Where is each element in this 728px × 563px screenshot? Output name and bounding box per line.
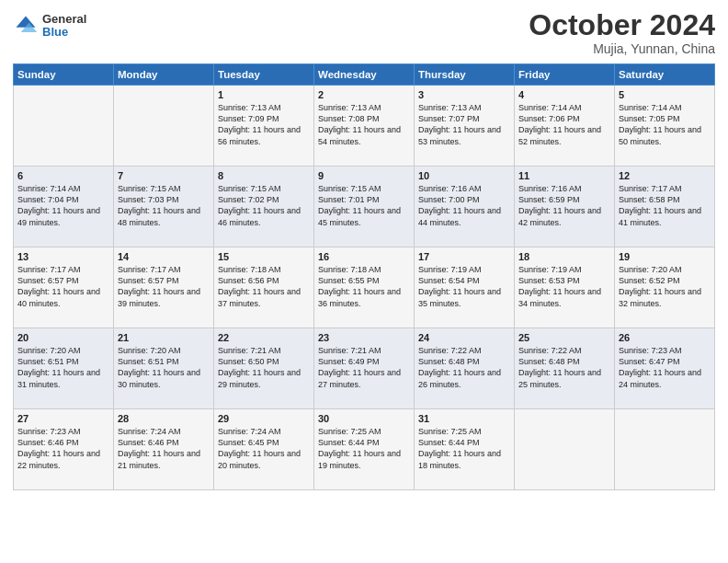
day-number: 20 xyxy=(17,332,109,343)
week-row-3: 13Sunrise: 7:17 AMSunset: 6:57 PMDayligh… xyxy=(14,247,715,328)
day-number: 17 xyxy=(418,251,510,262)
day-info: Sunrise: 7:25 AMSunset: 6:44 PMDaylight:… xyxy=(418,426,510,471)
day-number: 1 xyxy=(218,89,310,100)
day-cell: 7Sunrise: 7:15 AMSunset: 7:03 PMDaylight… xyxy=(114,167,214,247)
day-cell: 12Sunrise: 7:17 AMSunset: 6:58 PMDayligh… xyxy=(615,167,715,247)
day-number: 16 xyxy=(318,251,410,262)
day-number: 30 xyxy=(318,413,410,424)
day-cell: 15Sunrise: 7:18 AMSunset: 6:56 PMDayligh… xyxy=(214,247,314,328)
day-number: 18 xyxy=(518,251,610,262)
day-info: Sunrise: 7:18 AMSunset: 6:55 PMDaylight:… xyxy=(318,264,410,309)
day-number: 6 xyxy=(17,170,109,181)
day-number: 12 xyxy=(619,170,711,181)
day-cell: 24Sunrise: 7:22 AMSunset: 6:48 PMDayligh… xyxy=(415,328,515,409)
day-cell: 8Sunrise: 7:15 AMSunset: 7:02 PMDaylight… xyxy=(214,167,314,247)
day-cell: 16Sunrise: 7:18 AMSunset: 6:55 PMDayligh… xyxy=(314,247,415,328)
day-cell: 11Sunrise: 7:16 AMSunset: 6:59 PMDayligh… xyxy=(515,167,615,247)
week-row-4: 20Sunrise: 7:20 AMSunset: 6:51 PMDayligh… xyxy=(14,328,715,409)
day-cell xyxy=(615,409,715,490)
day-number: 2 xyxy=(318,89,410,100)
day-cell: 19Sunrise: 7:20 AMSunset: 6:52 PMDayligh… xyxy=(615,247,715,328)
calendar-title: October 2024 xyxy=(529,9,715,41)
day-number: 27 xyxy=(17,413,109,424)
day-info: Sunrise: 7:15 AMSunset: 7:02 PMDaylight:… xyxy=(218,183,310,228)
day-number: 10 xyxy=(418,170,510,181)
day-cell: 2Sunrise: 7:13 AMSunset: 7:08 PMDaylight… xyxy=(314,86,415,167)
day-number: 3 xyxy=(418,89,510,100)
day-info: Sunrise: 7:23 AMSunset: 6:47 PMDaylight:… xyxy=(619,345,711,390)
day-info: Sunrise: 7:19 AMSunset: 6:54 PMDaylight:… xyxy=(418,264,510,309)
day-info: Sunrise: 7:25 AMSunset: 6:44 PMDaylight:… xyxy=(318,426,410,471)
day-number: 23 xyxy=(318,332,410,343)
day-cell: 25Sunrise: 7:22 AMSunset: 6:48 PMDayligh… xyxy=(515,328,615,409)
day-number: 7 xyxy=(118,170,210,181)
day-info: Sunrise: 7:20 AMSunset: 6:51 PMDaylight:… xyxy=(118,345,210,390)
day-info: Sunrise: 7:23 AMSunset: 6:46 PMDaylight:… xyxy=(17,426,109,471)
day-number: 11 xyxy=(518,170,610,181)
col-header-tuesday: Tuesday xyxy=(214,64,314,86)
day-cell: 17Sunrise: 7:19 AMSunset: 6:54 PMDayligh… xyxy=(415,247,515,328)
logo-icon xyxy=(13,13,39,39)
day-info: Sunrise: 7:19 AMSunset: 6:53 PMDaylight:… xyxy=(518,264,610,309)
day-info: Sunrise: 7:15 AMSunset: 7:01 PMDaylight:… xyxy=(318,183,410,228)
day-number: 29 xyxy=(218,413,310,424)
svg-marker-0 xyxy=(17,17,36,28)
col-header-saturday: Saturday xyxy=(615,64,715,86)
logo-text: General Blue xyxy=(42,13,86,40)
day-cell: 21Sunrise: 7:20 AMSunset: 6:51 PMDayligh… xyxy=(114,328,214,409)
title-block: October 2024 Mujia, Yunnan, China xyxy=(529,9,715,56)
day-number: 8 xyxy=(218,170,310,181)
day-cell: 4Sunrise: 7:14 AMSunset: 7:06 PMDaylight… xyxy=(515,86,615,167)
col-header-thursday: Thursday xyxy=(415,64,515,86)
day-info: Sunrise: 7:20 AMSunset: 6:52 PMDaylight:… xyxy=(619,264,711,309)
logo-general: General xyxy=(42,13,86,26)
day-info: Sunrise: 7:14 AMSunset: 7:06 PMDaylight:… xyxy=(518,102,610,147)
day-cell xyxy=(515,409,615,490)
col-header-friday: Friday xyxy=(515,64,615,86)
logo: General Blue xyxy=(13,13,86,40)
calendar-container: General Blue October 2024 Mujia, Yunnan,… xyxy=(0,0,728,500)
day-number: 21 xyxy=(118,332,210,343)
day-cell: 3Sunrise: 7:13 AMSunset: 7:07 PMDaylight… xyxy=(415,86,515,167)
calendar-location: Mujia, Yunnan, China xyxy=(529,41,715,56)
day-info: Sunrise: 7:16 AMSunset: 6:59 PMDaylight:… xyxy=(518,183,610,228)
day-cell: 26Sunrise: 7:23 AMSunset: 6:47 PMDayligh… xyxy=(615,328,715,409)
day-cell: 10Sunrise: 7:16 AMSunset: 7:00 PMDayligh… xyxy=(415,167,515,247)
header: General Blue October 2024 Mujia, Yunnan,… xyxy=(13,9,715,56)
day-cell: 13Sunrise: 7:17 AMSunset: 6:57 PMDayligh… xyxy=(14,247,114,328)
day-cell: 30Sunrise: 7:25 AMSunset: 6:44 PMDayligh… xyxy=(314,409,415,490)
day-cell: 23Sunrise: 7:21 AMSunset: 6:49 PMDayligh… xyxy=(314,328,415,409)
day-number: 13 xyxy=(17,251,109,262)
day-info: Sunrise: 7:18 AMSunset: 6:56 PMDaylight:… xyxy=(218,264,310,309)
day-cell: 20Sunrise: 7:20 AMSunset: 6:51 PMDayligh… xyxy=(14,328,114,409)
day-info: Sunrise: 7:13 AMSunset: 7:07 PMDaylight:… xyxy=(418,102,510,147)
col-header-monday: Monday xyxy=(114,64,214,86)
day-number: 9 xyxy=(318,170,410,181)
day-info: Sunrise: 7:13 AMSunset: 7:09 PMDaylight:… xyxy=(218,102,310,147)
day-number: 22 xyxy=(218,332,310,343)
day-info: Sunrise: 7:14 AMSunset: 7:04 PMDaylight:… xyxy=(17,183,109,228)
day-number: 19 xyxy=(619,251,711,262)
calendar-table: SundayMondayTuesdayWednesdayThursdayFrid… xyxy=(13,63,715,490)
day-number: 28 xyxy=(118,413,210,424)
day-number: 25 xyxy=(518,332,610,343)
day-number: 15 xyxy=(218,251,310,262)
day-cell: 5Sunrise: 7:14 AMSunset: 7:05 PMDaylight… xyxy=(615,86,715,167)
day-info: Sunrise: 7:14 AMSunset: 7:05 PMDaylight:… xyxy=(619,102,711,147)
day-info: Sunrise: 7:13 AMSunset: 7:08 PMDaylight:… xyxy=(318,102,410,147)
day-number: 5 xyxy=(619,89,711,100)
day-cell: 31Sunrise: 7:25 AMSunset: 6:44 PMDayligh… xyxy=(415,409,515,490)
day-info: Sunrise: 7:17 AMSunset: 6:57 PMDaylight:… xyxy=(118,264,210,309)
day-cell: 28Sunrise: 7:24 AMSunset: 6:46 PMDayligh… xyxy=(114,409,214,490)
logo-blue: Blue xyxy=(42,26,86,39)
day-number: 31 xyxy=(418,413,510,424)
day-info: Sunrise: 7:24 AMSunset: 6:45 PMDaylight:… xyxy=(218,426,310,471)
day-cell xyxy=(14,86,114,167)
day-info: Sunrise: 7:20 AMSunset: 6:51 PMDaylight:… xyxy=(17,345,109,390)
header-row: SundayMondayTuesdayWednesdayThursdayFrid… xyxy=(14,64,715,86)
day-info: Sunrise: 7:15 AMSunset: 7:03 PMDaylight:… xyxy=(118,183,210,228)
day-cell: 6Sunrise: 7:14 AMSunset: 7:04 PMDaylight… xyxy=(14,167,114,247)
col-header-wednesday: Wednesday xyxy=(314,64,415,86)
day-info: Sunrise: 7:17 AMSunset: 6:57 PMDaylight:… xyxy=(17,264,109,309)
day-cell: 1Sunrise: 7:13 AMSunset: 7:09 PMDaylight… xyxy=(214,86,314,167)
